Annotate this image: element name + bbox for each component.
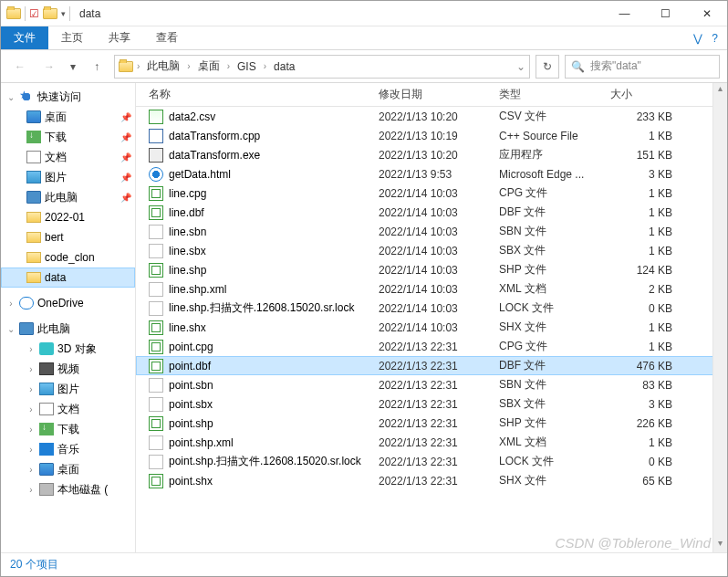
chevron-right-icon[interactable]: › bbox=[26, 445, 36, 455]
search-input[interactable]: 🔍 搜索"data" bbox=[565, 55, 720, 79]
ribbon-expand-icon[interactable]: ⋁ bbox=[693, 32, 702, 45]
tab-home[interactable]: 主页 bbox=[48, 26, 96, 49]
sidebar-item[interactable]: 图片📌 bbox=[1, 167, 135, 187]
sidebar-label: 快速访问 bbox=[37, 89, 81, 105]
chevron-right-icon[interactable]: › bbox=[26, 465, 36, 475]
chevron-right-icon[interactable]: › bbox=[26, 485, 36, 495]
scroll-down-icon[interactable]: ▾ bbox=[713, 538, 727, 552]
nav-forward-button[interactable]: → bbox=[37, 56, 61, 78]
file-row[interactable]: point.sbn 2022/1/13 22:31 SBN 文件 83 KB bbox=[136, 375, 727, 394]
file-row[interactable]: line.dbf 2022/1/14 10:03 DBF 文件 1 KB bbox=[136, 203, 727, 222]
file-row[interactable]: line.sbx 2022/1/14 10:03 SBX 文件 1 KB bbox=[136, 241, 727, 260]
sidebar-item[interactable]: 下载📌 bbox=[1, 127, 135, 147]
chevron-right-icon[interactable]: › bbox=[135, 61, 141, 71]
sidebar-item[interactable]: 此电脑📌 bbox=[1, 187, 135, 207]
breadcrumb-item[interactable]: 此电脑 bbox=[143, 57, 183, 76]
tab-view[interactable]: 查看 bbox=[143, 26, 191, 49]
sidebar-item[interactable]: ›音乐 bbox=[1, 439, 135, 459]
sidebar-item[interactable]: ›下载 bbox=[1, 419, 135, 439]
file-list[interactable]: data2.csv 2022/1/13 10:20 CSV 文件 233 KB … bbox=[136, 107, 727, 552]
refresh-button[interactable]: ↻ bbox=[536, 55, 559, 79]
sidebar-this-pc[interactable]: ⌄ 此电脑 bbox=[1, 319, 135, 339]
close-button[interactable]: ✕ bbox=[686, 1, 727, 26]
chevron-down-icon[interactable]: ⌄ bbox=[6, 324, 16, 334]
nav-recent-dropdown[interactable]: ▾ bbox=[67, 56, 79, 78]
file-row[interactable]: point.shp.扫描文件.12608.15020.sr.lock 2022/… bbox=[136, 452, 727, 471]
sidebar-item[interactable]: 文档📌 bbox=[1, 147, 135, 167]
tab-file[interactable]: 文件 bbox=[1, 26, 48, 49]
file-type: SBX 文件 bbox=[494, 396, 605, 412]
file-type: SBN 文件 bbox=[494, 377, 605, 393]
nav-back-button[interactable]: ← bbox=[8, 56, 32, 78]
column-size[interactable]: 大小 bbox=[605, 87, 678, 102]
address-bar[interactable]: › 此电脑 › 桌面 › GIS › data ⌄ bbox=[114, 55, 530, 79]
chevron-right-icon[interactable]: › bbox=[26, 384, 36, 394]
ribbon-tabs: 文件 主页 共享 查看 ⋁ ? bbox=[1, 26, 727, 50]
file-date: 2022/1/13 22:31 bbox=[373, 341, 494, 353]
column-name[interactable]: 名称 bbox=[143, 87, 373, 102]
nav-up-button[interactable]: ↑ bbox=[85, 56, 109, 78]
file-name: line.cpg bbox=[169, 187, 206, 200]
sidebar-onedrive[interactable]: › OneDrive bbox=[1, 293, 135, 313]
qat-dropdown-icon[interactable]: ▾ bbox=[61, 9, 66, 18]
sidebar-item[interactable]: 2022-01 bbox=[1, 207, 135, 227]
file-row[interactable]: point.dbf 2022/1/13 22:31 DBF 文件 476 KB bbox=[136, 356, 727, 375]
chevron-right-icon[interactable]: › bbox=[26, 404, 36, 414]
sidebar-item[interactable]: ›文档 bbox=[1, 399, 135, 419]
scroll-up-icon[interactable]: ▴ bbox=[713, 83, 727, 98]
column-type[interactable]: 类型 bbox=[494, 87, 605, 102]
file-row[interactable]: line.cpg 2022/1/14 10:03 CPG 文件 1 KB bbox=[136, 184, 727, 203]
breadcrumb-item[interactable]: data bbox=[270, 58, 298, 75]
file-icon bbox=[149, 225, 163, 239]
file-list-pane: 名称 修改日期 类型 大小 data2.csv 2022/1/13 10:20 … bbox=[136, 83, 727, 552]
sidebar-item[interactable]: ›本地磁盘 ( bbox=[1, 479, 135, 499]
sidebar-item[interactable]: ›3D 对象 bbox=[1, 339, 135, 359]
chevron-right-icon[interactable]: › bbox=[185, 61, 192, 71]
file-row[interactable]: dataTransform.exe 2022/1/13 10:20 应用程序 1… bbox=[136, 145, 727, 164]
tab-share[interactable]: 共享 bbox=[96, 26, 143, 49]
chevron-right-icon[interactable]: › bbox=[26, 344, 36, 354]
qat-folder-icon[interactable] bbox=[43, 8, 57, 19]
file-row[interactable]: line.sbn 2022/1/14 10:03 SBN 文件 1 KB bbox=[136, 222, 727, 241]
file-row[interactable]: point.cpg 2022/1/13 22:31 CPG 文件 1 KB bbox=[136, 337, 727, 356]
chevron-down-icon[interactable]: ⌄ bbox=[6, 92, 16, 102]
sidebar-item[interactable]: bert bbox=[1, 227, 135, 247]
file-icon bbox=[149, 378, 163, 393]
sidebar-item[interactable]: code_clon bbox=[1, 247, 135, 268]
file-row[interactable]: dataTransform.cpp 2022/1/13 10:19 C++ So… bbox=[136, 126, 727, 145]
chevron-right-icon[interactable]: › bbox=[26, 425, 36, 435]
breadcrumb-item[interactable]: GIS bbox=[234, 58, 260, 75]
file-row[interactable]: data2.csv 2022/1/13 10:20 CSV 文件 233 KB bbox=[136, 107, 727, 126]
item-icon bbox=[39, 423, 54, 435]
file-row[interactable]: point.shp.xml 2022/1/13 22:31 XML 文档 1 K… bbox=[136, 433, 727, 452]
minimize-button[interactable]: — bbox=[604, 1, 645, 26]
title-bar: ☑ ▾ data — ☐ ✕ bbox=[1, 1, 727, 26]
file-row[interactable]: line.shp 2022/1/14 10:03 SHP 文件 124 KB bbox=[136, 260, 727, 279]
sidebar-item[interactable]: ›桌面 bbox=[1, 459, 135, 479]
file-size: 0 KB bbox=[605, 302, 678, 315]
file-row[interactable]: point.shx 2022/1/13 22:31 SHX 文件 65 KB bbox=[136, 471, 727, 490]
sidebar-item[interactable]: 桌面📌 bbox=[1, 107, 135, 127]
scrollbar[interactable]: ▴ ▾ bbox=[712, 83, 727, 552]
file-row[interactable]: line.shp.扫描文件.12608.15020.sr.lock 2022/1… bbox=[136, 299, 727, 318]
chevron-right-icon[interactable]: › bbox=[26, 364, 36, 374]
file-row[interactable]: point.shp 2022/1/13 22:31 SHP 文件 226 KB bbox=[136, 414, 727, 433]
file-row[interactable]: line.shx 2022/1/14 10:03 SHX 文件 1 KB bbox=[136, 318, 727, 337]
breadcrumb-item[interactable]: 桌面 bbox=[194, 57, 224, 76]
maximize-button[interactable]: ☐ bbox=[645, 1, 686, 26]
column-date[interactable]: 修改日期 bbox=[373, 87, 494, 102]
sidebar-quick-access[interactable]: ⌄ 快速访问 bbox=[1, 87, 135, 107]
chevron-right-icon[interactable]: › bbox=[262, 61, 268, 71]
chevron-right-icon[interactable]: › bbox=[6, 299, 16, 309]
file-row[interactable]: point.sbx 2022/1/13 22:31 SBX 文件 3 KB bbox=[136, 394, 727, 414]
file-row[interactable]: line.shp.xml 2022/1/14 10:03 XML 文档 2 KB bbox=[136, 279, 727, 299]
sidebar-item[interactable]: data bbox=[1, 268, 135, 288]
file-icon bbox=[149, 205, 163, 220]
qat-checkbox-icon[interactable]: ☑ bbox=[29, 7, 39, 20]
help-icon[interactable]: ? bbox=[712, 32, 718, 45]
address-dropdown-icon[interactable]: ⌄ bbox=[516, 60, 525, 73]
chevron-right-icon[interactable]: › bbox=[225, 61, 232, 71]
file-row[interactable]: getData.html 2022/1/13 9:53 Microsoft Ed… bbox=[136, 164, 727, 184]
sidebar-item[interactable]: ›视频 bbox=[1, 359, 135, 379]
sidebar-item[interactable]: ›图片 bbox=[1, 379, 135, 399]
